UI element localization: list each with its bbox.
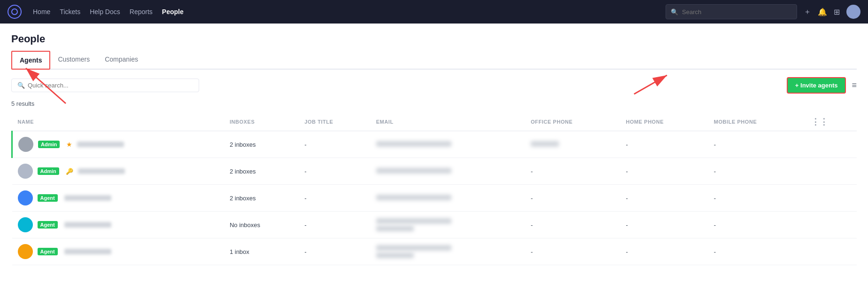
results-count: 5 results [11, 100, 857, 107]
role-badge: Agent [38, 248, 58, 255]
search-icon: 🔍 [671, 8, 678, 16]
name-cell: Agent [18, 217, 218, 232]
email-cell [376, 195, 451, 200]
name-cell: Agent [18, 190, 218, 205]
main-content: People Agents Customers Companies 🔍 + In… [0, 24, 868, 308]
grid-icon[interactable]: ⊞ [834, 8, 840, 16]
col-email: EMAIL [371, 113, 525, 131]
inboxes-cell: No inboxes [224, 212, 299, 238]
tab-agents[interactable]: Agents [11, 51, 50, 70]
role-badge: Agent [38, 194, 58, 202]
avatar [18, 190, 33, 205]
logo[interactable] [8, 5, 22, 19]
global-search-bar[interactable]: 🔍 [666, 4, 797, 19]
mobile-phone-cell: - [708, 185, 806, 212]
mobile-phone-cell: - [708, 238, 806, 265]
add-icon[interactable]: ＋ [804, 7, 811, 17]
col-inboxes: INBOXES [224, 113, 299, 131]
key-icon: 🔑 [66, 168, 73, 175]
toolbar: 🔍 + Invite agents ≡ [11, 77, 857, 94]
home-phone-cell: - [620, 131, 708, 158]
table-body: Admin ★ 2 inboxes - - - Admin [12, 131, 857, 265]
name-cell: Agent [18, 244, 218, 259]
email-cell-2 [376, 226, 414, 231]
avatar [18, 164, 33, 179]
table-row[interactable]: Admin 🔑 2 inboxes - - - - [12, 158, 857, 185]
email-cell [376, 141, 451, 147]
col-options-header: ⋮⋮ [806, 113, 857, 131]
bell-icon[interactable]: 🔔 [818, 8, 827, 16]
filter-icon[interactable]: ≡ [852, 80, 857, 90]
name-text [64, 249, 111, 254]
email-cell [376, 245, 451, 251]
role-badge: Admin [38, 167, 59, 175]
topnav-right: 🔍 ＋ 🔔 ⊞ [666, 4, 860, 19]
jobtitle-cell: - [299, 131, 370, 158]
table-row[interactable]: Agent 2 inboxes - - - - [12, 185, 857, 212]
inboxes-cell: 1 inbox [224, 238, 299, 265]
name-text [64, 195, 111, 201]
jobtitle-cell: - [299, 212, 370, 238]
nav-helpdocs[interactable]: Help Docs [90, 8, 120, 16]
office-phone-cell: - [525, 238, 620, 265]
nav-home[interactable]: Home [33, 8, 50, 16]
nav-tickets[interactable]: Tickets [60, 8, 80, 16]
name-cell: Admin ★ [18, 137, 218, 152]
col-name: NAME [12, 113, 224, 131]
office-phone-cell: - [525, 185, 620, 212]
home-phone-cell: - [620, 212, 708, 238]
inboxes-cell: 2 inboxes [224, 158, 299, 185]
tab-companies[interactable]: Companies [97, 51, 146, 70]
table-row[interactable]: Agent No inboxes - - - - [12, 212, 857, 238]
jobtitle-cell: - [299, 158, 370, 185]
inboxes-cell: 2 inboxes [224, 131, 299, 158]
nav-reports[interactable]: Reports [130, 8, 153, 16]
home-phone-cell: - [620, 185, 708, 212]
mobile-phone-cell: - [708, 158, 806, 185]
role-badge: Agent [38, 221, 58, 229]
star-icon: ★ [66, 141, 72, 148]
user-avatar[interactable] [846, 5, 860, 19]
table-row[interactable]: Agent 1 inbox - - - - [12, 238, 857, 265]
role-badge: Admin [38, 141, 60, 148]
office-phone-cell: - [525, 158, 620, 185]
name-text [77, 142, 124, 147]
office-phone-cell: - [525, 212, 620, 238]
page-title: People [11, 33, 857, 45]
col-officephone: OFFICE PHONE [525, 113, 620, 131]
invite-agents-button[interactable]: + Invite agents [787, 77, 846, 94]
avatar [18, 137, 33, 152]
name-cell: Admin 🔑 [18, 164, 218, 179]
office-phone-cell [531, 141, 559, 147]
people-table: NAME INBOXES JOB TITLE EMAIL OFFICE PHON… [11, 113, 857, 265]
quick-search-input[interactable] [28, 82, 193, 89]
col-mobilephone: MOBILE PHONE [708, 113, 806, 131]
tabs-bar: Agents Customers Companies [11, 51, 857, 70]
name-text [78, 168, 125, 174]
email-cell-2 [376, 253, 414, 258]
mobile-phone-cell: - [708, 212, 806, 238]
mobile-phone-cell: - [708, 131, 806, 158]
nav-links: Home Tickets Help Docs Reports People [33, 8, 184, 16]
name-text [64, 222, 111, 228]
col-homephone: HOME PHONE [620, 113, 708, 131]
avatar [18, 217, 33, 232]
avatar [18, 244, 33, 259]
column-options-icon[interactable]: ⋮⋮ [811, 117, 829, 126]
col-jobtitle: JOB TITLE [299, 113, 370, 131]
inboxes-cell: 2 inboxes [224, 185, 299, 212]
email-cell [376, 168, 451, 174]
tab-customers[interactable]: Customers [50, 51, 97, 70]
home-phone-cell: - [620, 238, 708, 265]
nav-people[interactable]: People [162, 8, 184, 16]
global-search-input[interactable] [682, 8, 792, 16]
jobtitle-cell: - [299, 238, 370, 265]
quick-search-bar[interactable]: 🔍 [11, 79, 199, 92]
quick-search-icon: 🔍 [17, 82, 25, 89]
table-row[interactable]: Admin ★ 2 inboxes - - - [12, 131, 857, 158]
table-header: NAME INBOXES JOB TITLE EMAIL OFFICE PHON… [12, 113, 857, 131]
email-cell [376, 218, 451, 224]
home-phone-cell: - [620, 158, 708, 185]
top-navigation: Home Tickets Help Docs Reports People 🔍 … [0, 0, 868, 24]
jobtitle-cell: - [299, 185, 370, 212]
